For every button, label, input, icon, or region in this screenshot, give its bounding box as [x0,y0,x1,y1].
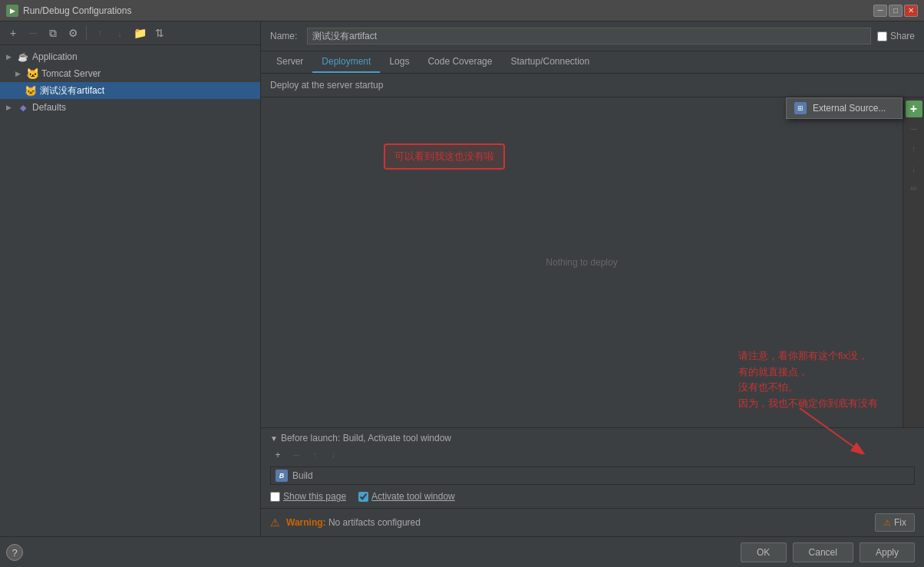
show-page-checkbox[interactable] [270,492,280,502]
tab-coverage[interactable]: Code Coverage [418,51,501,73]
content-area: Deploy at the server startup Nothing to … [261,74,924,536]
fix-icon: ⚠ [883,518,891,528]
before-launch-title: Before launch: Build, Activate tool wind… [281,433,451,443]
left-panel: + ─ ⧉ ⚙ ↑ ↓ 📁 ⇅ ▶ ☕ Application ▶ 🐱 Tomc… [0,21,261,536]
defaults-icon: ◆ [17,101,29,114]
build-row: B Build [270,466,915,485]
warning-label: Warning: [286,517,326,528]
title-bar: ▶ Run/Debug Configurations ─ □ ✕ [0,0,924,21]
bottom-bar: ? OK Cancel Apply [0,536,924,567]
share-row: Share [877,31,915,41]
tree-item-application[interactable]: ▶ ☕ Application [0,48,260,65]
remove-deploy-button[interactable]: ─ [906,120,922,137]
build-label: Build [292,470,313,481]
copy-config-button[interactable]: ⧉ [45,25,61,41]
right-panel: Name: Share Server Deployment Logs Code … [261,21,924,536]
apply-button[interactable]: Apply [860,542,915,562]
arrow-svg [784,408,876,454]
tree-toolbar: + ─ ⧉ ⚙ ↑ ↓ 📁 ⇅ [0,21,260,45]
maximize-button[interactable]: □ [889,5,903,17]
sort-button[interactable]: ⇅ [151,25,168,41]
help-button[interactable]: ? [6,544,23,561]
tree-item-test[interactable]: 🐱 测试没有artifact [0,82,260,99]
tab-deployment[interactable]: Deployment [312,51,380,73]
title-bar-controls: ─ □ ✕ [873,5,918,17]
tab-logs[interactable]: Logs [380,51,418,73]
tabs-row: Server Deployment Logs Code Coverage Sta… [261,51,924,74]
move-deploy-up-button[interactable]: ↑ [906,140,922,157]
title-bar-icon: ▶ [6,5,18,17]
deploy-body: Nothing to deploy + ─ ↑ ↓ ✏ 可以看到我这也没有啦 [261,97,924,427]
add-deploy-button[interactable]: + [906,101,922,117]
remove-config-button[interactable]: ─ [25,25,41,41]
fix-label: Fix [894,517,906,528]
activate-tool-item: Activate tool window [358,491,455,502]
ok-button[interactable]: OK [741,542,787,562]
close-button[interactable]: ✕ [904,5,918,17]
tomcat-label: Tomcat Server [41,68,101,79]
name-input[interactable] [307,28,871,45]
popup-container: ⊞ External Source... [786,97,903,119]
edit-deploy-button[interactable]: ✏ [906,180,922,197]
config-tree: ▶ ☕ Application ▶ 🐱 Tomcat Server 🐱 测试没有… [0,45,260,536]
annotation-bubble-1: 可以看到我这也没有啦 [384,143,505,170]
add-config-button[interactable]: + [5,25,21,41]
annotation-text-2: 请注意，看你那有这个fix没， 有的就直接点， 没有也不怕。 因为，我也不确定你… [738,348,878,412]
main-container: + ─ ⧉ ⚙ ↑ ↓ 📁 ⇅ ▶ ☕ Application ▶ 🐱 Tomc… [0,21,924,536]
tree-item-tomcat[interactable]: ▶ 🐱 Tomcat Server [0,65,260,82]
arrow-icon: ▶ [6,53,15,61]
tomcat-icon: 🐱 [26,68,38,80]
arrow-icon: ▶ [15,70,25,77]
move-deploy-down-button[interactable]: ↓ [906,160,922,177]
annotation-area-2: 请注意，看你那有这个fix没， 有的就直接点， 没有也不怕。 因为，我也不确定你… [738,348,878,412]
external-source-label: External Source... [813,103,886,114]
bl-remove-button[interactable]: ─ [289,448,304,462]
move-up-button[interactable]: ↑ [91,25,108,41]
warning-row: ⚠ Warning: No artifacts configured ⚠ Fix [261,508,924,536]
activate-tool-label[interactable]: Activate tool window [371,491,455,502]
arrow-icon: ▶ [6,104,15,111]
separator [86,26,87,40]
collapse-arrow[interactable]: ▼ [270,434,278,443]
show-page-item: Show this page [270,491,346,502]
external-source-menu-item[interactable]: ⊞ External Source... [787,98,902,118]
cancel-button[interactable]: Cancel [793,542,853,562]
share-checkbox[interactable] [877,31,887,41]
test-label: 测试没有artifact [40,84,104,97]
tree-item-defaults[interactable]: ▶ ◆ Defaults [0,99,260,116]
tab-server[interactable]: Server [267,51,312,73]
activate-tool-checkbox[interactable] [358,492,368,502]
empty-message: Nothing to deploy [546,257,617,268]
bl-add-button[interactable]: + [270,448,285,462]
external-source-icon: ⊞ [794,102,807,114]
warning-detail: No artifacts configured [328,517,421,528]
fix-button[interactable]: ⚠ Fix [875,513,915,532]
bl-up-button[interactable]: ↑ [307,448,322,462]
share-label: Share [890,31,915,41]
name-row: Name: Share [261,21,924,51]
deploy-header: Deploy at the server startup [261,74,924,97]
defaults-label: Defaults [32,102,66,113]
name-label: Name: [270,31,301,41]
move-down-button[interactable]: ↓ [111,25,128,41]
title-bar-text: Run/Debug Configurations [23,5,873,16]
settings-button[interactable]: ⚙ [64,25,81,41]
test-icon: 🐱 [25,84,37,97]
warning-icon: ⚠ [270,516,280,529]
build-icon: B [276,470,288,482]
minimize-button[interactable]: ─ [873,5,887,17]
application-icon: ☕ [17,51,29,63]
svg-line-1 [800,408,853,447]
checkboxes-row: Show this page Activate tool window [270,490,915,503]
folder-button[interactable]: 📁 [131,25,148,41]
application-label: Application [32,51,78,62]
bl-down-button[interactable]: ↓ [325,448,341,462]
warning-text: Warning: No artifacts configured [286,517,869,528]
deploy-sidebar: + ─ ↑ ↓ ✏ [903,97,924,427]
tab-startup[interactable]: Startup/Connection [501,51,599,73]
show-page-label[interactable]: Show this page [283,491,346,502]
